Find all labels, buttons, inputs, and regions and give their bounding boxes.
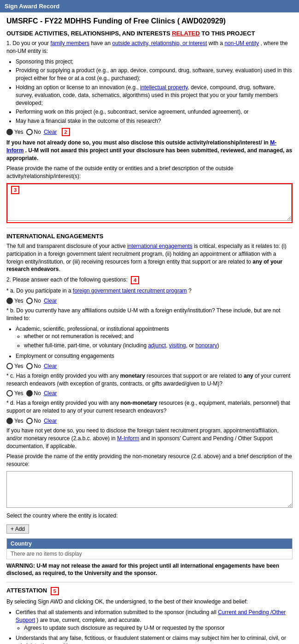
qa-yes-label[interactable]: Yes <box>6 298 23 304</box>
outside-bullets: Sponsoring this project; Providing or su… <box>16 58 293 125</box>
qa-clear-link[interactable]: Clear <box>44 298 57 304</box>
qd-yes-radio[interactable] <box>6 418 13 424</box>
intl-textarea[interactable] <box>6 471 293 508</box>
qa-radio-group: Yes No Clear <box>6 298 293 304</box>
qb-bullets: Academic, scientific, professional, or i… <box>16 325 293 360</box>
outside-no-label[interactable]: No <box>26 129 41 135</box>
intl-engagements-link[interactable]: international engagements <box>127 243 192 249</box>
current-pending-link[interactable]: Current and Pending /Other Support <box>16 609 286 623</box>
title-bar: Sign Award Record <box>0 0 299 12</box>
outside-section: OUTSIDE ACTIVITIES, RELATIONSHIPS, AND I… <box>6 30 293 223</box>
qd-yes-label[interactable]: Yes <box>6 418 23 424</box>
badge-4: 4 <box>131 276 139 284</box>
question-2-text: 2. Please answer each of the following q… <box>6 276 293 284</box>
qd-label: * d. Has a foreign entity provided you w… <box>6 399 293 415</box>
bullet-5: May have a financial stake in the outcom… <box>16 117 293 125</box>
qd-clear-link[interactable]: Clear <box>44 418 57 424</box>
qb-yes-label[interactable]: Yes <box>6 363 23 369</box>
intl-warning: WARNING: U-M may not release the award f… <box>6 562 293 578</box>
international-header: INTERNATIONAL ENGAGEMENTS <box>6 233 293 240</box>
question-1-text: 1. Do you or your family members have an… <box>6 40 293 55</box>
bullet-1: Sponsoring this project; <box>16 58 293 66</box>
qd-radio-group: Yes No Clear <box>6 418 293 424</box>
attestation-intro: By selecting Sign AWD and clicking OK, t… <box>6 598 293 606</box>
outside-no-radio[interactable] <box>26 129 33 135</box>
intl-disclosure-note: If you have not yet done so, you need to… <box>6 427 293 450</box>
bullet-2: Providing or supplying a product (e.g., … <box>16 67 293 82</box>
qb-no-radio[interactable] <box>26 363 33 369</box>
qa-yes-radio[interactable] <box>6 298 13 304</box>
foreign-talent-link[interactable]: foreign government talent recruitment pr… <box>73 288 187 294</box>
m-inform-link-2[interactable]: M-Inform <box>117 435 139 442</box>
family-members-link[interactable]: family members <box>50 40 89 46</box>
project-title: UMSRFC - FY22 MDHHS Funding of Free Clin… <box>6 17 293 25</box>
qb-label: * b. Do you currently have any affiliati… <box>6 307 293 322</box>
disclosure-note: If you have not already done so, you mus… <box>6 139 293 162</box>
non-um-link[interactable]: non-UM entity <box>224 40 259 46</box>
bullet-4: Performing work on this project (e.g., s… <box>16 108 293 116</box>
qb-no-label[interactable]: No <box>26 363 41 369</box>
bullet-3: Holding an option or license to an innov… <box>16 84 293 107</box>
qc-no-label[interactable]: No <box>26 390 41 397</box>
qc-yes-label[interactable]: Yes <box>6 390 23 397</box>
qb-radio-group: Yes No Clear <box>6 363 293 369</box>
outside-yes-radio[interactable] <box>6 129 13 135</box>
qc-no-radio[interactable] <box>26 390 33 397</box>
outside-yes-no: Yes No Clear 2 <box>6 128 293 136</box>
outside-activity-link[interactable]: outside activity, relationship, or inter… <box>112 40 207 46</box>
qb-clear-link[interactable]: Clear <box>44 363 57 369</box>
badge-2: 2 <box>62 128 70 136</box>
qd-no-radio[interactable] <box>26 418 33 424</box>
outside-clear-link[interactable]: Clear <box>44 129 57 135</box>
attestation-bullets: Certifies that all statements and inform… <box>16 609 293 644</box>
table-header: Country <box>7 539 292 549</box>
provide-name-label: Please provide the name of the outside e… <box>6 165 293 180</box>
qa-label: * a. Do you participate in a foreign gov… <box>6 287 293 295</box>
att-sub-1: Agrees to update such disclosure as requ… <box>24 624 293 632</box>
qb-sub-2: whether full-time, part-time, or volunta… <box>24 342 293 350</box>
add-button[interactable]: + Add <box>6 524 29 534</box>
badge-5: 5 <box>51 587 59 595</box>
country-table: Country There are no items to display <box>6 538 293 559</box>
qc-yes-radio[interactable] <box>6 390 13 397</box>
badge-3: 3 <box>11 186 19 194</box>
qa-no-label[interactable]: No <box>26 298 41 304</box>
qc-label: * c. Has a foreign entity provided you w… <box>6 372 293 388</box>
qa-no-radio[interactable] <box>26 298 33 304</box>
intl-provide-name-label: Please provide the name of the entity pr… <box>6 453 293 468</box>
table-empty-msg: There are no items to display <box>7 549 292 559</box>
qb-yes-radio[interactable] <box>6 363 13 369</box>
qc-radio-group: Yes No Clear <box>6 390 293 397</box>
qb-bullet-2: Employment or consulting engagements <box>16 352 293 360</box>
qb-bullet-1: Academic, scientific, professional, or i… <box>16 325 293 350</box>
title-bar-label: Sign Award Record <box>5 3 59 10</box>
att-bullet-1: Certifies that all statements and inform… <box>16 609 293 632</box>
intl-intro: The full and transparent disclosure of y… <box>6 242 293 273</box>
att-bullet-2: Understands that any false, fictitious, … <box>16 634 293 644</box>
international-section: INTERNATIONAL ENGAGEMENTS The full and t… <box>6 233 293 577</box>
attestation-section: ATTESTATION 5 By selecting Sign AWD and … <box>6 587 293 644</box>
outside-textarea[interactable] <box>7 184 292 221</box>
select-country-label: Select the country where the entity is l… <box>6 512 293 520</box>
outside-header: OUTSIDE ACTIVITIES, RELATIONSHIPS, AND I… <box>6 30 293 37</box>
outside-yes-label[interactable]: Yes <box>6 129 23 135</box>
attestation-header: ATTESTATION 5 <box>6 587 293 595</box>
outside-textarea-wrapper: 3 <box>6 183 293 223</box>
qd-no-label[interactable]: No <box>26 418 41 424</box>
qc-clear-link[interactable]: Clear <box>44 390 57 397</box>
qb-sub-1: whether or not remuneration is received;… <box>24 333 293 340</box>
